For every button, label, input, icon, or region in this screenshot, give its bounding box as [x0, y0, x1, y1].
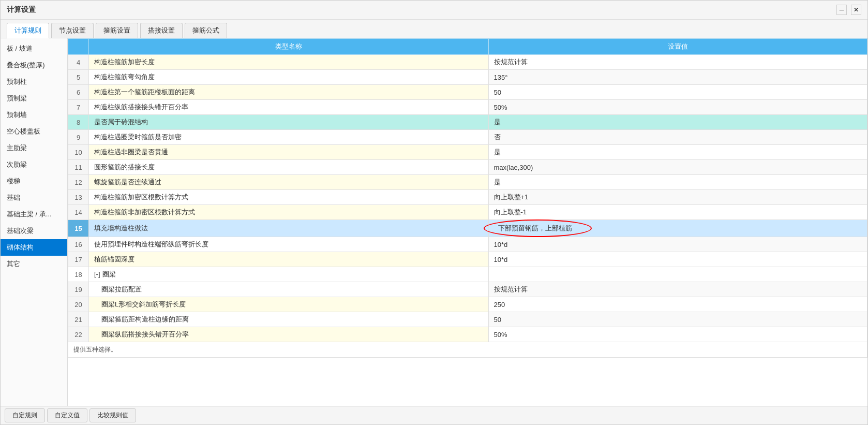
- tab-calc-rules[interactable]: 计算规则: [7, 23, 49, 38]
- row-value[interactable]: max(lae,300): [488, 160, 867, 175]
- row-num: 14: [68, 205, 89, 220]
- row-num: 9: [68, 130, 89, 145]
- row-name: 构造柱箍筋非加密区根数计算方式: [89, 205, 489, 220]
- sidebar-item-precast-column[interactable]: 预制柱: [1, 74, 67, 90]
- sidebar-item-slab[interactable]: 板 / 坡道: [1, 40, 67, 57]
- row-num: 11: [68, 160, 89, 175]
- row-value[interactable]: 向上取整+1: [488, 190, 867, 205]
- row-name: 构造柱遇非圈梁是否贯通: [89, 145, 489, 160]
- table-row: 5 构造柱箍筋弯勾角度 135°: [68, 70, 867, 85]
- table-row: 6 构造柱第一个箍筋距楼板面的距离 50: [68, 85, 867, 100]
- col-header-name: 类型名称: [89, 39, 489, 55]
- row-num: 4: [68, 55, 89, 70]
- sidebar-item-staircase[interactable]: 楼梯: [1, 173, 67, 189]
- row-value[interactable]: 50%: [488, 327, 867, 342]
- row-name: 圈梁拉筋配置: [89, 282, 489, 297]
- sidebar-item-precast-beam[interactable]: 预制梁: [1, 90, 67, 107]
- sidebar-item-foundation[interactable]: 基础: [1, 189, 67, 206]
- row-name: 圈梁纵筋搭接接头错开百分率: [89, 327, 489, 342]
- title-bar: 计算设置 ─ ✕: [1, 1, 867, 20]
- row-value[interactable]: 按规范计算: [488, 282, 867, 297]
- close-button[interactable]: ✕: [851, 5, 861, 15]
- row-name: 圆形箍筋的搭接长度: [89, 160, 489, 175]
- table-row: 12 螺旋箍筋是否连续通过 是: [68, 175, 867, 190]
- table-row-15: 15 填充墙构造柱做法 下部预留钢筋，上部植筋: [68, 220, 867, 237]
- sidebar-item-foundation-secondary-beam[interactable]: 基础次梁: [1, 223, 67, 239]
- row-name: 构造柱箍筋弯勾角度: [89, 70, 489, 85]
- row-num: 12: [68, 175, 89, 190]
- sidebar-item-masonry[interactable]: 砌体结构: [1, 239, 67, 256]
- bottom-tab-custom-rules[interactable]: 自定规则: [5, 408, 45, 422]
- table-row: 10 构造柱遇非圈梁是否贯通 是: [68, 145, 867, 160]
- table-row: 13 构造柱箍筋加密区根数计算方式 向上取整+1: [68, 190, 867, 205]
- bottom-tab-compare-rules[interactable]: 比较规则值: [89, 408, 136, 422]
- sidebar-item-main-rib-beam[interactable]: 主肋梁: [1, 140, 67, 156]
- hint-text: 提供五种选择。: [68, 342, 867, 358]
- minimize-button[interactable]: ─: [836, 5, 847, 15]
- main-table-area: 类型名称 设置值 4 构造柱箍筋加密长度 按规范计算 5 构造柱箍筋弯勾角度: [68, 38, 867, 406]
- table-row: 20 圈梁L形相交斜加筋弯折长度 250: [68, 297, 867, 312]
- row-num: 16: [68, 237, 89, 252]
- table-row: 14 构造柱箍筋非加密区根数计算方式 向上取整-1: [68, 205, 867, 220]
- row-num: 18: [68, 267, 89, 282]
- row-value[interactable]: 10*d: [488, 252, 867, 267]
- row-value[interactable]: 是: [488, 175, 867, 190]
- row-value-circled[interactable]: 下部预留钢筋，上部植筋: [488, 220, 867, 237]
- sidebar: 板 / 坡道 叠合板(整厚) 预制柱 预制梁 预制墙 空心楼盖板 主肋梁 次肋梁…: [1, 38, 68, 406]
- row-value[interactable]: 向上取整-1: [488, 205, 867, 220]
- sidebar-item-secondary-rib-beam[interactable]: 次肋梁: [1, 156, 67, 173]
- window-title: 计算设置: [7, 5, 36, 14]
- row-value[interactable]: 250: [488, 297, 867, 312]
- col-header-value: 设置值: [488, 39, 867, 55]
- circled-value: 下部预留钢筋，上部植筋: [494, 223, 576, 234]
- row-name: 圈梁L形相交斜加筋弯折长度: [89, 297, 489, 312]
- row-name: 使用预埋件时构造柱端部纵筋弯折长度: [89, 237, 489, 252]
- sidebar-item-foundation-main-beam[interactable]: 基础主梁 / 承...: [1, 206, 67, 223]
- row-name: 构造柱箍筋加密区根数计算方式: [89, 190, 489, 205]
- table-row: 17 植筋锚固深度 10*d: [68, 252, 867, 267]
- content-area: 板 / 坡道 叠合板(整厚) 预制柱 预制梁 预制墙 空心楼盖板 主肋梁 次肋梁…: [1, 38, 867, 406]
- table-row: 22 圈梁纵筋搭接接头错开百分率 50%: [68, 327, 867, 342]
- row-name: 螺旋箍筋是否连续通过: [89, 175, 489, 190]
- row-num: 7: [68, 100, 89, 115]
- bottom-tab-custom-values[interactable]: 自定义值: [47, 408, 87, 422]
- row-value[interactable]: 50: [488, 312, 867, 327]
- tab-stirrup-settings[interactable]: 箍筋设置: [96, 23, 138, 38]
- sidebar-item-other[interactable]: 其它: [1, 256, 67, 272]
- table-row: 16 使用预埋件时构造柱端部纵筋弯折长度 10*d: [68, 237, 867, 252]
- expand-icon[interactable]: [-]: [94, 270, 100, 278]
- row-num: 8: [68, 115, 89, 130]
- row-num: 15: [68, 220, 89, 237]
- row-value[interactable]: 135°: [488, 70, 867, 85]
- row-value[interactable]: 是: [488, 115, 867, 130]
- sidebar-item-precast-wall[interactable]: 预制墙: [1, 107, 67, 123]
- bottom-tab-bar: 自定规则 自定义值 比较规则值: [1, 406, 867, 424]
- tab-node-settings[interactable]: 节点设置: [51, 23, 94, 38]
- hint-row: 提供五种选择。: [68, 342, 867, 358]
- row-name: 是否属于砖混结构: [89, 115, 489, 130]
- row-value[interactable]: 按规范计算: [488, 55, 867, 70]
- row-value[interactable]: 否: [488, 130, 867, 145]
- tab-lap-settings[interactable]: 搭接设置: [140, 23, 183, 38]
- window-controls: ─ ✕: [836, 5, 861, 15]
- sidebar-item-hollow-slab[interactable]: 空心楼盖板: [1, 123, 67, 140]
- row-value[interactable]: 50: [488, 85, 867, 100]
- row-num: 10: [68, 145, 89, 160]
- row-name: [-]圈梁: [89, 267, 489, 282]
- row-name: 构造柱纵筋搭接接头错开百分率: [89, 100, 489, 115]
- table-row: 19 圈梁拉筋配置 按规范计算: [68, 282, 867, 297]
- table-row: 8 是否属于砖混结构 是: [68, 115, 867, 130]
- row-num: 21: [68, 312, 89, 327]
- table-row-section: 18 [-]圈梁: [68, 267, 867, 282]
- row-value[interactable]: 50%: [488, 100, 867, 115]
- row-num: 20: [68, 297, 89, 312]
- main-window: 计算设置 ─ ✕ 计算规则 节点设置 箍筋设置 搭接设置 箍筋公式 板 / 坡道…: [0, 0, 868, 425]
- tab-rebar-formula[interactable]: 箍筋公式: [185, 23, 227, 38]
- row-num: 13: [68, 190, 89, 205]
- sidebar-item-composite-slab[interactable]: 叠合板(整厚): [1, 57, 67, 74]
- row-value[interactable]: 10*d: [488, 237, 867, 252]
- row-value[interactable]: 是: [488, 145, 867, 160]
- table-row: 21 圈梁箍筋距构造柱边缘的距离 50: [68, 312, 867, 327]
- row-name: 植筋锚固深度: [89, 252, 489, 267]
- table-row: 7 构造柱纵筋搭接接头错开百分率 50%: [68, 100, 867, 115]
